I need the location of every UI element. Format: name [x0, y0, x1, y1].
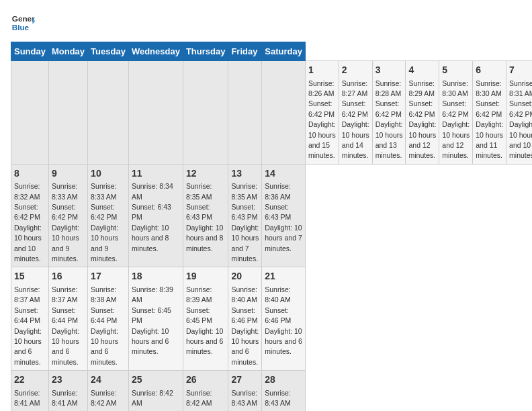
calendar-cell	[88, 61, 129, 165]
daylight: Daylight: 10 hours and 10 minutes.	[509, 120, 532, 159]
sunset: Sunset: 6:42 PM	[476, 99, 502, 118]
sunrise: Sunrise: 8:30 AM	[476, 79, 502, 97]
sunrise: Sunrise: 8:38 AM	[91, 285, 117, 304]
day-number: 9	[52, 167, 85, 181]
daylight: Daylight: 10 hours and 6 minutes.	[14, 327, 42, 366]
calendar-cell: 10 Sunrise: 8:33 AM Sunset: 6:42 PM Dayl…	[88, 164, 129, 267]
calendar-cell: 4 Sunrise: 8:29 AM Sunset: 6:42 PM Dayli…	[406, 61, 439, 165]
calendar-cell: 27 Sunrise: 8:43 AM Sunset: 6:50 PM Dayl…	[228, 371, 262, 411]
calendar-week-3: 15 Sunrise: 8:37 AM Sunset: 6:44 PM Dayl…	[11, 267, 533, 371]
sunset: Sunset: 6:42 PM	[52, 203, 78, 221]
calendar-cell: 7 Sunrise: 8:31 AM Sunset: 6:42 PM Dayli…	[506, 61, 532, 165]
day-number: 18	[132, 270, 180, 283]
svg-text:Blue: Blue	[12, 23, 30, 32]
calendar-cell	[48, 61, 87, 165]
column-header-monday: Monday	[48, 42, 87, 61]
sunrise: Sunrise: 8:39 AM	[186, 285, 212, 304]
calendar-cell: 17 Sunrise: 8:38 AM Sunset: 6:44 PM Dayl…	[88, 267, 129, 371]
sunset: Sunset: 6:43 PM	[132, 203, 171, 221]
column-header-wednesday: Wednesday	[128, 42, 183, 61]
day-number: 11	[132, 167, 180, 181]
calendar-header-row: SundayMondayTuesdayWednesdayThursdayFrid…	[11, 42, 533, 61]
day-number: 1	[308, 64, 336, 77]
sunrise: Sunrise: 8:29 AM	[408, 79, 435, 97]
svg-text:General: General	[12, 14, 35, 23]
calendar-cell: 24 Sunrise: 8:42 AM Sunset: 6:48 PM Dayl…	[88, 371, 129, 411]
daylight: Daylight: 10 hours and 10 minutes.	[14, 224, 42, 263]
calendar-cell: 12 Sunrise: 8:35 AM Sunset: 6:43 PM Dayl…	[183, 164, 228, 267]
calendar-table: SundayMondayTuesdayWednesdayThursdayFrid…	[11, 42, 532, 411]
daylight: Daylight: 10 hours and 6 minutes.	[132, 327, 169, 356]
sunrise: Sunrise: 8:35 AM	[186, 182, 212, 200]
calendar-cell	[228, 61, 262, 165]
day-number: 8	[14, 167, 46, 181]
daylight: Daylight: 10 hours and 8 minutes.	[186, 224, 223, 253]
daylight: Daylight: 10 hours and 8 minutes.	[132, 224, 169, 253]
sunrise: Sunrise: 8:39 AM	[132, 285, 173, 304]
sunrise: Sunrise: 8:41 AM	[52, 389, 78, 407]
sunset: Sunset: 6:42 PM	[375, 99, 402, 118]
daylight: Daylight: 10 hours and 6 minutes.	[265, 327, 302, 356]
calendar-cell: 1 Sunrise: 8:26 AM Sunset: 6:42 PM Dayli…	[305, 61, 339, 165]
day-number: 26	[186, 373, 226, 387]
calendar-cell	[128, 61, 183, 165]
calendar-cell: 22 Sunrise: 8:41 AM Sunset: 6:47 PM Dayl…	[11, 371, 49, 411]
sunset: Sunset: 6:45 PM	[186, 306, 212, 324]
sunset: Sunset: 6:42 PM	[342, 99, 368, 118]
calendar-cell: 8 Sunrise: 8:32 AM Sunset: 6:42 PM Dayli…	[11, 164, 49, 267]
calendar-cell: 18 Sunrise: 8:39 AM Sunset: 6:45 PM Dayl…	[128, 267, 183, 371]
sunrise: Sunrise: 8:34 AM	[132, 182, 173, 200]
sunrise: Sunrise: 8:42 AM	[186, 389, 212, 407]
sunrise: Sunrise: 8:35 AM	[231, 182, 257, 200]
day-number: 15	[14, 270, 46, 283]
column-header-friday: Friday	[228, 42, 262, 61]
day-number: 13	[231, 167, 259, 181]
sunrise: Sunrise: 8:28 AM	[375, 79, 402, 97]
calendar-cell: 5 Sunrise: 8:30 AM Sunset: 6:42 PM Dayli…	[439, 61, 473, 165]
day-number: 2	[342, 64, 369, 77]
sunset: Sunset: 6:42 PM	[408, 99, 435, 118]
calendar-cell: 15 Sunrise: 8:37 AM Sunset: 6:44 PM Dayl…	[11, 267, 49, 371]
daylight: Daylight: 10 hours and 6 minutes.	[231, 327, 259, 366]
calendar-cell: 2 Sunrise: 8:27 AM Sunset: 6:42 PM Dayli…	[339, 61, 372, 165]
sunset: Sunset: 6:42 PM	[91, 203, 117, 221]
daylight: Daylight: 10 hours and 6 minutes.	[91, 327, 118, 366]
day-number: 27	[231, 373, 259, 387]
calendar-week-2: 8 Sunrise: 8:32 AM Sunset: 6:42 PM Dayli…	[11, 164, 533, 267]
sunrise: Sunrise: 8:33 AM	[91, 182, 117, 200]
calendar-week-4: 22 Sunrise: 8:41 AM Sunset: 6:47 PM Dayl…	[11, 371, 533, 411]
daylight: Daylight: 10 hours and 13 minutes.	[375, 120, 403, 159]
sunrise: Sunrise: 8:36 AM	[265, 182, 291, 200]
sunrise: Sunrise: 8:42 AM	[91, 389, 117, 407]
day-number: 22	[14, 373, 46, 387]
day-number: 28	[265, 373, 302, 387]
day-number: 12	[186, 167, 226, 181]
sunrise: Sunrise: 8:40 AM	[265, 285, 291, 304]
sunrise: Sunrise: 8:33 AM	[52, 182, 78, 200]
day-number: 4	[408, 64, 436, 77]
column-header-tuesday: Tuesday	[88, 42, 129, 61]
calendar-week-1: 1 Sunrise: 8:26 AM Sunset: 6:42 PM Dayli…	[11, 61, 533, 165]
day-number: 5	[442, 64, 470, 77]
calendar-cell: 6 Sunrise: 8:30 AM Sunset: 6:42 PM Dayli…	[473, 61, 506, 165]
calendar-cell: 21 Sunrise: 8:40 AM Sunset: 6:46 PM Dayl…	[262, 267, 306, 371]
daylight: Daylight: 10 hours and 7 minutes.	[265, 224, 302, 253]
daylight: Daylight: 10 hours and 14 minutes.	[342, 120, 369, 159]
column-header-sunday: Sunday	[11, 42, 49, 61]
sunset: Sunset: 6:44 PM	[91, 306, 117, 324]
sunrise: Sunrise: 8:32 AM	[14, 182, 40, 200]
sunset: Sunset: 6:46 PM	[265, 306, 291, 324]
sunrise: Sunrise: 8:41 AM	[14, 389, 40, 407]
day-number: 24	[91, 373, 126, 387]
column-header-saturday: Saturday	[262, 42, 306, 61]
sunrise: Sunrise: 8:43 AM	[265, 389, 291, 407]
calendar-cell: 13 Sunrise: 8:35 AM Sunset: 6:43 PM Dayl…	[228, 164, 262, 267]
sunrise: Sunrise: 8:42 AM	[132, 389, 173, 407]
calendar-cell: 25 Sunrise: 8:42 AM Sunset: 6:48 PM Dayl…	[128, 371, 183, 411]
daylight: Daylight: 10 hours and 6 minutes.	[52, 327, 79, 366]
sunset: Sunset: 6:43 PM	[186, 203, 212, 221]
calendar-cell	[262, 61, 306, 165]
day-number: 16	[52, 270, 85, 283]
calendar-cell: 28 Sunrise: 8:43 AM Sunset: 6:50 PM Dayl…	[262, 371, 306, 411]
calendar-cell: 19 Sunrise: 8:39 AM Sunset: 6:45 PM Dayl…	[183, 267, 228, 371]
